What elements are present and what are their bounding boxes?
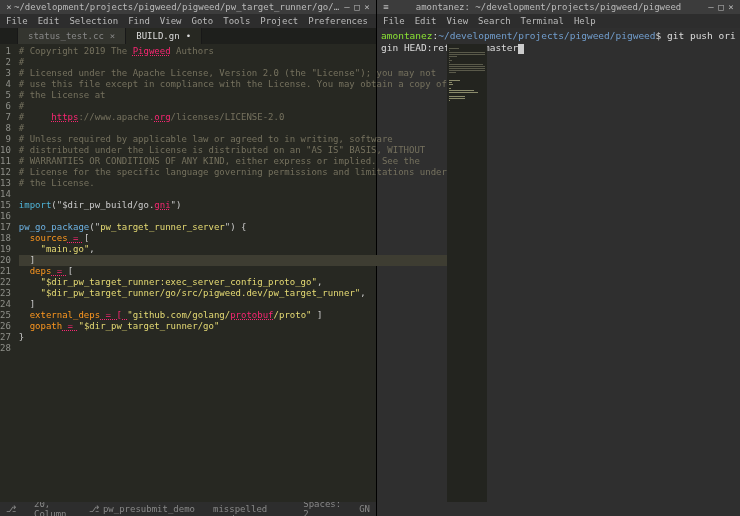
minimap[interactable]	[447, 44, 487, 502]
tab-spacer	[0, 28, 18, 44]
code-area[interactable]: # Copyright 2019 The Pigweed Authors## L…	[15, 44, 447, 502]
minimize-icon[interactable]: –	[342, 2, 352, 12]
menu-view[interactable]: View	[160, 16, 182, 26]
terminal-cursor	[518, 44, 524, 54]
tab-label: status_test.cc	[28, 31, 104, 41]
menu-search[interactable]: Search	[478, 16, 511, 26]
menu-goto[interactable]: Goto	[192, 16, 214, 26]
menu-file[interactable]: File	[6, 16, 28, 26]
editor-window: × ~/development/projects/pigweed/pigweed…	[0, 0, 376, 516]
close-icon[interactable]: ×	[362, 2, 372, 12]
menu-find[interactable]: Find	[128, 16, 150, 26]
menu-edit[interactable]: Edit	[415, 16, 437, 26]
editor-statusbar: ⎇ Line 20, Column 4 ⎇ pw_presubmit_demo …	[0, 502, 376, 516]
close-icon[interactable]: ×	[4, 2, 14, 12]
menu-project[interactable]: Project	[260, 16, 298, 26]
menu-view[interactable]: View	[446, 16, 468, 26]
appmenu-icon[interactable]: ≡	[381, 2, 391, 12]
editor-titlebar[interactable]: × ~/development/projects/pigweed/pigweed…	[0, 0, 376, 14]
close-icon[interactable]: ×	[726, 2, 736, 12]
minimize-icon[interactable]: –	[706, 2, 716, 12]
menu-selection[interactable]: Selection	[69, 16, 118, 26]
tab-build-gn[interactable]: BUILD.gn •	[126, 28, 202, 44]
prompt-dollar: $	[656, 30, 662, 41]
terminal-titlebar[interactable]: ≡ amontanez: ~/development/projects/pigw…	[377, 0, 740, 14]
editor-body: 1234567891011121314151617181920212223242…	[0, 44, 376, 502]
tab-status-test[interactable]: status_test.cc ×	[18, 28, 126, 44]
tab-label: BUILD.gn	[136, 31, 179, 41]
menu-help[interactable]: Help	[574, 16, 596, 26]
editor-menubar: File Edit Selection Find View Goto Tools…	[0, 14, 376, 28]
maximize-icon[interactable]: □	[716, 2, 726, 12]
menu-file[interactable]: File	[383, 16, 405, 26]
menu-tools[interactable]: Tools	[223, 16, 250, 26]
terminal-title: amontanez: ~/development/projects/pigwee…	[391, 2, 706, 12]
menu-edit[interactable]: Edit	[38, 16, 60, 26]
tab-close-icon[interactable]: ×	[110, 31, 115, 41]
terminal-menubar: File Edit View Search Terminal Help	[377, 14, 740, 28]
branch-icon: ⎇	[6, 504, 16, 514]
prompt-path: ~/development/projects/pigweed/pigweed	[438, 30, 655, 41]
editor-tabbar: status_test.cc × BUILD.gn •	[0, 28, 376, 44]
branch-icon: ⎇	[89, 504, 99, 514]
maximize-icon[interactable]: □	[352, 2, 362, 12]
tab-dirty-icon[interactable]: •	[186, 31, 191, 41]
menu-preferences[interactable]: Preferences	[308, 16, 368, 26]
line-gutter: 1234567891011121314151617181920212223242…	[0, 44, 15, 502]
menu-terminal[interactable]: Terminal	[521, 16, 564, 26]
status-branch-name[interactable]: ⎇ pw_presubmit_demo	[89, 504, 195, 514]
prompt-user: amontanez	[381, 30, 432, 41]
editor-title: ~/development/projects/pigweed/pigweed/p…	[14, 2, 342, 12]
status-branch[interactable]: ⎇	[6, 504, 16, 514]
status-lang[interactable]: GN	[359, 504, 370, 514]
